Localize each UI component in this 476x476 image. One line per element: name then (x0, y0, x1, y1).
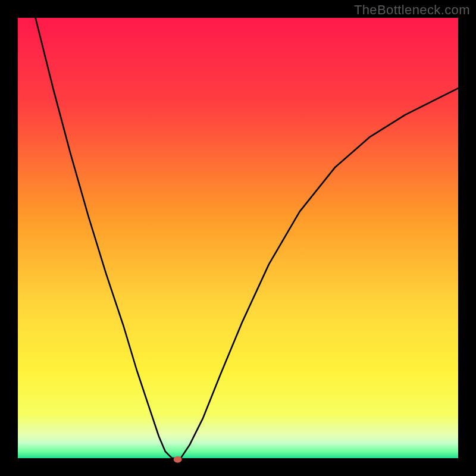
chart-frame: TheBottleneck.com (0, 0, 476, 476)
bottleneck-chart (0, 0, 476, 476)
watermark-text: TheBottleneck.com (354, 2, 470, 18)
optimum-marker (174, 456, 182, 463)
plot-background (18, 18, 458, 458)
